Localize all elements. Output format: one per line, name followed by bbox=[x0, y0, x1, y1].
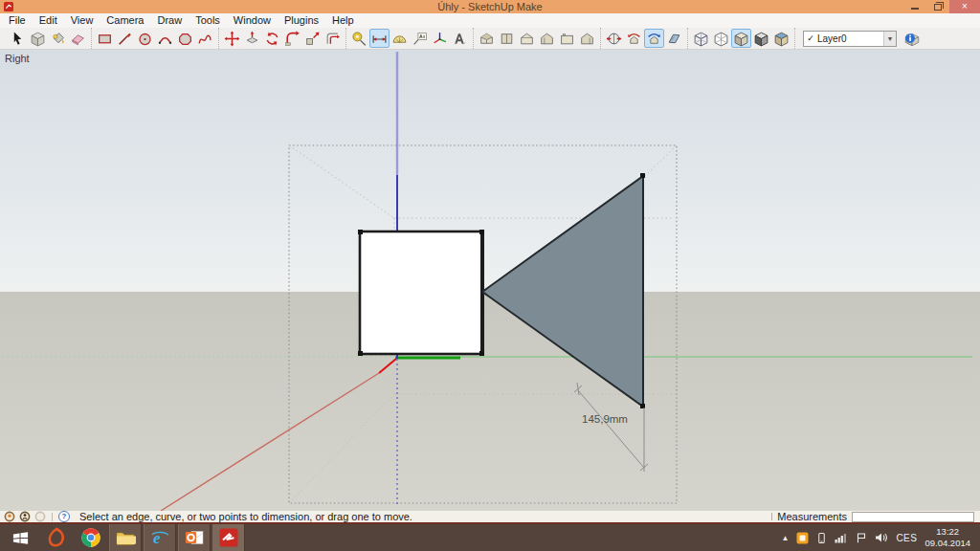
menu-item-plugins[interactable]: Plugins bbox=[278, 13, 325, 28]
tape-measure-tool-button[interactable] bbox=[349, 29, 369, 48]
wireframe-tool-button[interactable] bbox=[711, 29, 731, 48]
right-view-icon bbox=[539, 31, 555, 47]
x-ray-icon bbox=[693, 31, 709, 47]
language-indicator[interactable]: CES bbox=[896, 533, 917, 543]
menu-item-tools[interactable]: Tools bbox=[189, 13, 227, 28]
menu-item-view[interactable]: View bbox=[64, 13, 100, 28]
minimize-icon bbox=[911, 8, 919, 10]
rotate-tool-button[interactable] bbox=[262, 29, 282, 48]
text-tool-button[interactable] bbox=[410, 29, 430, 48]
start-button[interactable] bbox=[0, 524, 40, 551]
front-view-tool-button[interactable] bbox=[517, 29, 537, 48]
taskbar-app-file-explorer[interactable] bbox=[109, 524, 142, 551]
taskbar: e ▲ CES bbox=[0, 524, 980, 551]
polygon-tool-button[interactable] bbox=[175, 29, 195, 48]
toolbar-groups bbox=[5, 28, 795, 49]
shaded-tool-button[interactable] bbox=[731, 29, 751, 48]
menu-item-camera[interactable]: Camera bbox=[100, 13, 150, 28]
dimension-label[interactable]: 145,9mm bbox=[582, 413, 628, 425]
right-view-tool-button[interactable] bbox=[537, 29, 557, 48]
network-signal-icon[interactable] bbox=[835, 532, 848, 543]
move-tool-button[interactable] bbox=[222, 29, 242, 48]
protractor-icon bbox=[391, 31, 408, 47]
menu-item-help[interactable]: Help bbox=[325, 13, 361, 28]
origin-icon bbox=[46, 527, 67, 548]
chevron-down-icon[interactable]: ▼ bbox=[883, 32, 896, 46]
layer-dropdown[interactable]: ✓ Layer0 ▼ bbox=[803, 31, 897, 47]
move-icon bbox=[224, 31, 240, 47]
taskbar-app-outlook[interactable] bbox=[178, 524, 211, 551]
orbit-tool-button[interactable] bbox=[604, 29, 624, 48]
3d-text-tool-button[interactable] bbox=[450, 29, 470, 48]
taskbar-app-origin[interactable] bbox=[40, 524, 73, 551]
push-pull-tool-button[interactable] bbox=[242, 29, 262, 48]
monochrome-tool-button[interactable] bbox=[751, 29, 771, 48]
layer-checkmark-icon: ✓ bbox=[804, 33, 817, 43]
credits-icon[interactable] bbox=[19, 511, 31, 522]
top-view-tool-button[interactable] bbox=[497, 29, 517, 48]
select-tool-button[interactable] bbox=[8, 29, 28, 48]
geolocation-icon[interactable] bbox=[4, 511, 15, 522]
front-view-icon bbox=[519, 31, 535, 47]
square-face[interactable] bbox=[358, 230, 484, 356]
next-view-icon bbox=[646, 31, 662, 47]
clock[interactable]: 13:22 09.04.2014 bbox=[924, 526, 970, 549]
menu-item-window[interactable]: Window bbox=[227, 13, 278, 28]
make-component-tool-button[interactable] bbox=[28, 29, 48, 48]
scale-tool-button[interactable] bbox=[302, 29, 323, 48]
taskbar-app-chrome[interactable] bbox=[75, 524, 107, 551]
next-view-tool-button[interactable] bbox=[644, 29, 664, 48]
tray-app-icon[interactable] bbox=[796, 532, 809, 544]
menu-item-draw[interactable]: Draw bbox=[150, 13, 189, 28]
rectangle-tool-button[interactable] bbox=[95, 29, 115, 48]
layer-info-icon bbox=[903, 31, 920, 47]
freehand-tool-button[interactable] bbox=[195, 29, 215, 48]
taskbar-app-sketchup[interactable] bbox=[212, 524, 245, 551]
drawing-canvas[interactable]: 145,9mm bbox=[0, 50, 980, 511]
menu-item-edit[interactable]: Edit bbox=[33, 13, 64, 28]
toolbar: ✓ Layer0 ▼ bbox=[0, 28, 980, 50]
status-bar: ? Select an edge, curve, or two points t… bbox=[0, 511, 980, 524]
back-view-icon bbox=[559, 31, 575, 47]
clock-time: 13:22 bbox=[924, 526, 970, 538]
x-ray-tool-button[interactable] bbox=[691, 29, 711, 48]
help-icon[interactable]: ? bbox=[58, 511, 70, 522]
dimension-tool-button[interactable] bbox=[369, 29, 390, 48]
phone-icon[interactable] bbox=[816, 532, 827, 544]
menu-item-file[interactable]: File bbox=[2, 13, 33, 28]
rotate-icon bbox=[264, 31, 280, 47]
layer-info-button[interactable] bbox=[901, 29, 922, 48]
iso-view-icon bbox=[479, 31, 495, 47]
protractor-tool-button[interactable] bbox=[390, 29, 410, 48]
volume-icon[interactable] bbox=[875, 532, 888, 543]
restore-button[interactable] bbox=[926, 0, 949, 13]
eraser-tool-button[interactable] bbox=[68, 29, 88, 48]
paint-bucket-icon bbox=[50, 31, 66, 47]
measurements-input[interactable] bbox=[852, 512, 974, 522]
taskbar-app-internet-explorer[interactable]: e bbox=[144, 524, 176, 551]
line-tool-button[interactable] bbox=[115, 29, 135, 48]
paint-bucket-tool-button[interactable] bbox=[48, 29, 68, 48]
claim-credit-icon[interactable] bbox=[34, 511, 46, 522]
minimize-button[interactable] bbox=[903, 0, 926, 13]
axes-icon bbox=[432, 31, 448, 47]
previous-view-tool-button[interactable] bbox=[624, 29, 644, 48]
viewport[interactable]: 145,9mm Right bbox=[0, 50, 980, 511]
action-center-flag-icon[interactable] bbox=[856, 532, 867, 543]
iso-view-tool-button[interactable] bbox=[477, 29, 497, 48]
circle-tool-button[interactable] bbox=[135, 29, 155, 48]
axes-tool-button[interactable] bbox=[430, 29, 450, 48]
arc-tool-button[interactable] bbox=[155, 29, 175, 48]
tape-measure-icon bbox=[351, 31, 368, 47]
section-plane-tool-button[interactable] bbox=[664, 29, 684, 48]
follow-me-tool-button[interactable] bbox=[282, 29, 302, 48]
toolbar-group-drawing bbox=[92, 28, 219, 49]
shaded-textures-tool-button[interactable] bbox=[771, 29, 791, 48]
left-view-tool-button[interactable] bbox=[577, 29, 597, 48]
tray-expand-icon[interactable]: ▲ bbox=[781, 534, 789, 542]
close-button[interactable]: × bbox=[949, 0, 980, 13]
triangle-face[interactable] bbox=[482, 173, 645, 408]
offset-tool-button[interactable] bbox=[323, 29, 343, 48]
window-title: Úhly - SketchUp Make bbox=[0, 0, 980, 13]
back-view-tool-button[interactable] bbox=[557, 29, 577, 48]
